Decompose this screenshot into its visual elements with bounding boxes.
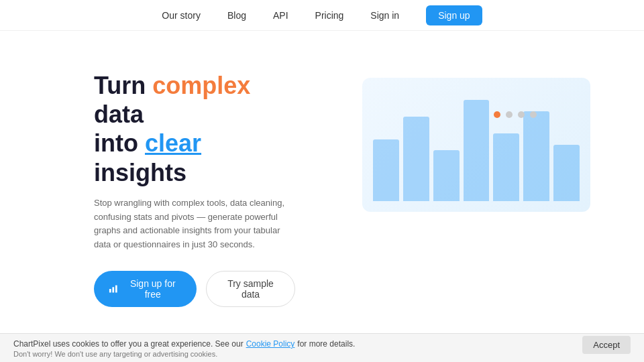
- nav-signup-button[interactable]: Sign up: [426, 5, 482, 25]
- bar-4: [464, 100, 490, 201]
- carousel-dot-4[interactable]: [530, 111, 537, 118]
- hero-subtitle: Stop wrangling with complex tools, data …: [94, 196, 295, 252]
- nav-api[interactable]: API: [273, 10, 288, 21]
- nav-pricing[interactable]: Pricing: [315, 10, 344, 21]
- nav-our-story[interactable]: Our story: [162, 10, 201, 21]
- hero-chart: [362, 78, 590, 212]
- carousel-dot-3[interactable]: [518, 111, 525, 118]
- cookie-text-after: for more details.: [297, 339, 355, 349]
- hero-insights: insights: [94, 159, 186, 186]
- svg-rect-2: [115, 286, 117, 293]
- carousel-dots: [494, 111, 537, 118]
- hero-buttons: Sign up for free Try sample data: [94, 271, 295, 307]
- cookie-policy-link[interactable]: Cookie Policy: [246, 339, 295, 349]
- hero-title: Turn complex data into clear insights: [94, 71, 295, 187]
- chart-icon: [109, 284, 118, 294]
- cookie-banner: ChartPixel uses cookies to offer you a g…: [0, 333, 644, 362]
- bar-7: [553, 145, 580, 201]
- cookie-main-text: ChartPixel uses cookies to offer you a g…: [13, 339, 631, 349]
- try-sample-button[interactable]: Try sample data: [206, 271, 295, 307]
- hero-into: into: [94, 129, 145, 157]
- accept-cookie-button[interactable]: Accept: [582, 336, 631, 354]
- hero-text-block: Turn complex data into clear insights St…: [94, 71, 295, 307]
- hero-clear: clear: [145, 129, 201, 157]
- bar-1: [373, 139, 399, 201]
- signup-free-label: Sign up for free: [123, 278, 182, 300]
- hero-section: Turn complex data into clear insights St…: [0, 31, 644, 307]
- navbar: Our story Blog API Pricing Sign in Sign …: [0, 0, 644, 31]
- nav-blog[interactable]: Blog: [227, 10, 246, 21]
- bar-5: [493, 133, 519, 201]
- hero-right-visual: [322, 71, 590, 219]
- carousel-dot-1[interactable]: [494, 111, 500, 118]
- bar-3: [433, 150, 460, 201]
- signup-free-button[interactable]: Sign up for free: [94, 271, 197, 307]
- hero-title-line2: into clear insights: [94, 129, 201, 186]
- hero-complex: complex: [152, 72, 250, 99]
- bar-2: [403, 117, 429, 201]
- svg-rect-0: [109, 289, 111, 292]
- nav-signin[interactable]: Sign in: [370, 10, 399, 21]
- bar-6: [523, 111, 549, 201]
- carousel-dot-2[interactable]: [506, 111, 513, 118]
- svg-rect-1: [112, 287, 114, 292]
- cookie-text-before: ChartPixel uses cookies to offer you a g…: [13, 339, 244, 349]
- hero-turn: Turn: [94, 72, 152, 99]
- hero-data: data: [94, 101, 144, 128]
- cookie-sub-text: Don't worry! We don't use any targeting …: [13, 350, 631, 358]
- hero-title-line1: Turn complex data: [94, 72, 250, 128]
- nav-links: Our story Blog API Pricing Sign in Sign …: [162, 5, 482, 25]
